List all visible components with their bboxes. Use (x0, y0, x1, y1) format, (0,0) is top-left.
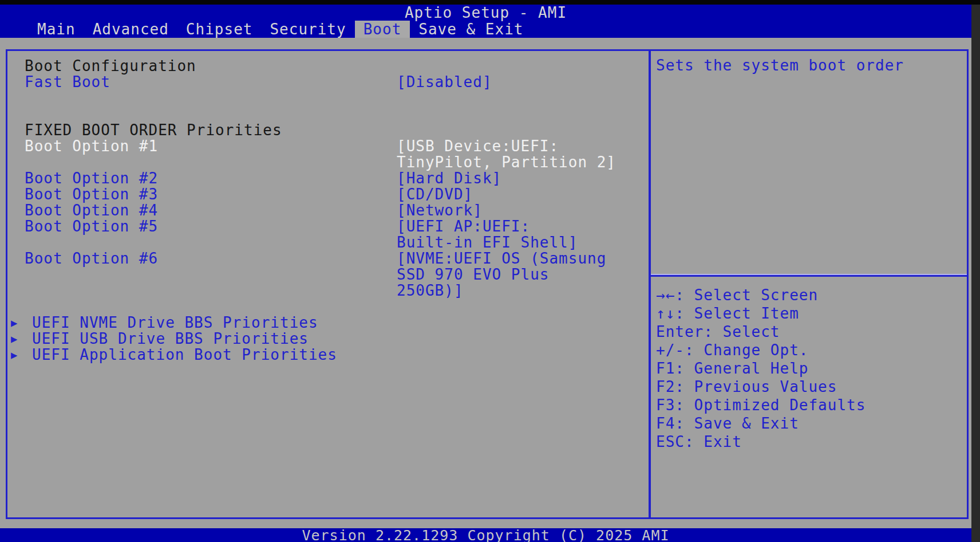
section-heading-boot-configuration: Boot Configuration (7, 58, 649, 74)
option-boot-option-2[interactable]: Boot Option #2[Hard Disk] (7, 170, 649, 186)
submenu-uefi-application-boot-priorities[interactable]: ▶UEFI Application Boot Priorities (7, 347, 649, 363)
legend-item: +/-: Change Opt. (656, 341, 965, 359)
option-value: [Hard Disk] (397, 170, 501, 186)
menu-bar: MainAdvancedChipsetSecurityBootSave & Ex… (0, 21, 971, 38)
option-value: [USB Device:UEFI: TinyPilot, Partition 2… (397, 138, 616, 170)
legend-item: F1: General Help (656, 359, 965, 378)
option-boot-option-1[interactable]: Boot Option #1[USB Device:UEFI: TinyPilo… (7, 138, 649, 170)
help-panel: Sets the system boot order →←: Select Sc… (651, 51, 967, 517)
tab-main[interactable]: Main (29, 21, 84, 38)
legend-item: F2: Previous Values (656, 378, 965, 396)
submenu-label: UEFI Application Boot Priorities (32, 347, 337, 363)
tab-chipset[interactable]: Chipset (177, 21, 262, 38)
spacer-row (7, 90, 649, 106)
option-boot-option-4[interactable]: Boot Option #4[Network] (7, 202, 649, 218)
legend-item: ESC: Exit (656, 433, 965, 451)
option-value: [CD/DVD] (397, 186, 473, 202)
option-value: [NVME:UEFI OS (Samsung SSD 970 EVO Plus … (397, 250, 606, 299)
title-bar: Aptio Setup - AMI MainAdvancedChipsetSec… (0, 5, 971, 38)
option-boot-option-3[interactable]: Boot Option #3[CD/DVD] (7, 186, 649, 202)
submenu-uefi-usb-drive-bbs-priorities[interactable]: ▶UEFI USB Drive BBS Priorities (7, 331, 649, 347)
version-text: Version 2.22.1293 Copyright (C) 2025 AMI (302, 528, 669, 542)
settings-panel: Boot ConfigurationFast Boot[Disabled]FIX… (7, 51, 651, 517)
submenu-arrow-icon: ▶ (11, 331, 32, 347)
option-boot-option-6[interactable]: Boot Option #6[NVME:UEFI OS (Samsung SSD… (7, 250, 649, 299)
option-value: [UEFI AP:UEFI: Built-in EFI Shell] (397, 218, 578, 250)
app-title: Aptio Setup - AMI (0, 5, 971, 21)
option-value: [Network] (397, 202, 483, 218)
option-fast-boot[interactable]: Fast Boot[Disabled] (7, 74, 649, 90)
option-label: Boot Option #3 (25, 186, 397, 202)
option-label: Boot Option #5 (25, 218, 397, 250)
section-heading-fixed-boot-order-priorities: FIXED BOOT ORDER Priorities (7, 122, 649, 138)
settings-rows: Boot ConfigurationFast Boot[Disabled]FIX… (7, 58, 649, 363)
legend-item: →←: Select Screen (656, 286, 965, 304)
legend-item: F3: Optimized Defaults (656, 396, 965, 414)
legend-item: F4: Save & Exit (656, 414, 965, 433)
tab-security[interactable]: Security (261, 21, 354, 38)
option-label: Boot Option #6 (25, 250, 397, 299)
option-label: Boot Option #2 (25, 170, 397, 186)
submenu-arrow-icon: ▶ (11, 347, 32, 363)
option-label: Boot Option #1 (25, 138, 397, 170)
key-legend: →←: Select Screen↑↓: Select ItemEnter: S… (651, 277, 967, 451)
help-text: Sets the system boot order (651, 51, 967, 274)
version-bar: Version 2.22.1293 Copyright (C) 2025 AMI (0, 528, 971, 542)
option-label: Fast Boot (25, 74, 397, 90)
submenu-arrow-icon: ▶ (11, 315, 32, 331)
option-value: [Disabled] (397, 74, 492, 90)
screen-top-bezel (0, 0, 980, 5)
tab-advanced[interactable]: Advanced (84, 21, 177, 38)
tab-save-exit[interactable]: Save & Exit (410, 21, 532, 38)
spacer-row (7, 106, 649, 122)
setup-frame: Boot ConfigurationFast Boot[Disabled]FIX… (6, 49, 969, 519)
legend-item: Enter: Select (656, 323, 965, 341)
option-boot-option-5[interactable]: Boot Option #5[UEFI AP:UEFI: Built-in EF… (7, 218, 649, 250)
submenu-label: UEFI NVME Drive BBS Priorities (32, 315, 318, 331)
spacer-row (7, 299, 649, 315)
bios-setup-screen: { "window": { "title": "Aptio Setup - AM… (0, 0, 980, 542)
option-label: Boot Option #4 (25, 202, 397, 218)
submenu-uefi-nvme-drive-bbs-priorities[interactable]: ▶UEFI NVME Drive BBS Priorities (7, 315, 649, 331)
tab-boot[interactable]: Boot (355, 21, 410, 38)
screen-right-bezel (971, 0, 980, 542)
submenu-label: UEFI USB Drive BBS Priorities (32, 331, 309, 347)
legend-item: ↑↓: Select Item (656, 304, 965, 323)
